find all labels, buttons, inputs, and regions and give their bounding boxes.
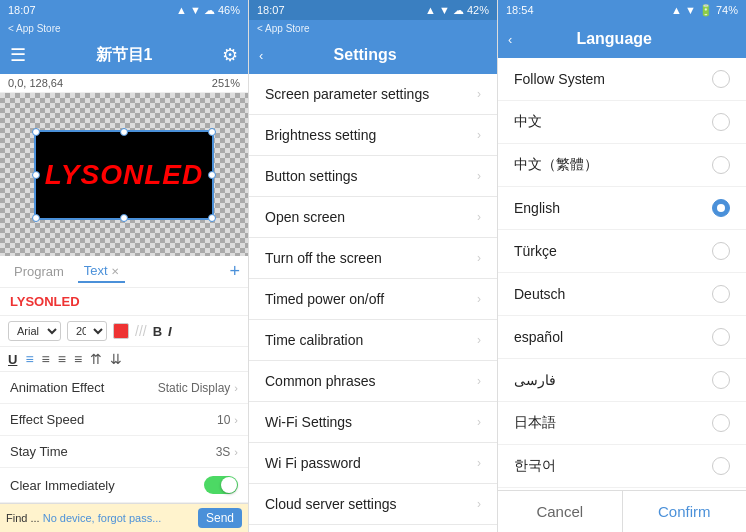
find-link[interactable]: No device, forgot pass... [43,512,162,524]
led-display-text: LYSONLED [45,159,203,191]
right-time: 18:54 [506,4,534,16]
settings-item-cloud-server-settings[interactable]: Cloud server settings› [249,484,497,525]
settings-item-label: Wi Fi password [265,455,361,471]
radio-circle[interactable] [712,113,730,131]
align-justify-icon[interactable]: ≡ [74,351,82,367]
handle-tm[interactable] [120,128,128,136]
settings-item-turn-off-the-screen[interactable]: Turn off the screen› [249,238,497,279]
tab-add-button[interactable]: + [229,261,240,282]
font-size-select[interactable]: 20 [67,321,107,341]
settings-item-label: Timed power on/off [265,291,384,307]
handle-tl[interactable] [32,128,40,136]
handle-bl[interactable] [32,214,40,222]
color-picker[interactable] [113,323,129,339]
tab-close-icon[interactable]: ✕ [111,266,119,277]
settings-item-wi-fi-settings[interactable]: Wi-Fi Settings› [249,402,497,443]
align-right-icon[interactable]: ≡ [58,351,66,367]
radio-circle[interactable] [712,371,730,389]
settings-item-button-settings[interactable]: Button settings› [249,156,497,197]
settings-item-open-screen[interactable]: Open screen› [249,197,497,238]
lang-item-label: Follow System [514,71,605,87]
lang-item-[interactable]: 日本語 [498,402,746,445]
canvas-area[interactable]: LYSONLED [0,93,248,256]
setting-row-clear-immediately[interactable]: Clear Immediately [0,468,248,503]
toggle-clear-immediately[interactable] [204,476,238,494]
settings-icon[interactable]: ⚙ [222,44,238,66]
right-nav-title: Language [576,30,652,48]
chevron-right-icon: › [477,128,481,142]
lang-item-english[interactable]: English [498,187,746,230]
mid-back-button[interactable]: ‹ [259,48,263,63]
settings-item-wi-fi-password[interactable]: Wi Fi password› [249,443,497,484]
mid-nav-title: Settings [334,46,397,64]
send-button[interactable]: Send [198,508,242,528]
mid-appstore-link[interactable]: < App Store [257,23,310,34]
setting-row-effect-speed[interactable]: Effect Speed10› [0,404,248,436]
language-list: Follow System中文中文（繁體）EnglishTürkçeDeutsc… [498,58,746,490]
settings-item-monochrome-screen-parameters[interactable]: Monochrome screen parameters› [249,525,497,532]
mid-nav-bar: ‹ Settings [249,36,497,74]
radio-circle[interactable] [712,70,730,88]
underline-button[interactable]: U [8,352,17,367]
left-nav-title: 新节目1 [96,45,153,66]
settings-item-brightness-setting[interactable]: Brightness setting› [249,115,497,156]
coord-bar: 0,0, 128,64 251% [0,74,248,93]
settings-item-timed-power-on/off[interactable]: Timed power on/off› [249,279,497,320]
align-left-icon[interactable]: ≡ [25,351,33,367]
font-family-select[interactable]: Arial [8,321,61,341]
radio-circle[interactable] [712,457,730,475]
lang-item-label: 日本語 [514,414,556,432]
setting-row-animation-effect[interactable]: Animation EffectStatic Display› [0,372,248,404]
confirm-button[interactable]: Confirm [623,491,747,532]
bold-button[interactable]: B [153,324,162,339]
setting-row-stay-time[interactable]: Stay Time3S› [0,436,248,468]
zoom-level: 251% [212,77,240,89]
align-bottom-icon[interactable]: ⇊ [110,351,122,367]
menu-icon[interactable]: ☰ [10,44,26,66]
right-back-button[interactable]: ‹ [508,32,512,47]
left-nav-bar: ☰ 新节目1 ⚙ [0,36,248,74]
handle-mr[interactable] [208,171,216,179]
handle-bm[interactable] [120,214,128,222]
lang-item-label: 中文 [514,113,542,131]
right-status-bar: 18:54 ▲ ▼ 🔋 74% [498,0,746,20]
lang-item-[interactable]: 中文 [498,101,746,144]
settings-item-label: Wi-Fi Settings [265,414,352,430]
align-toolbar: U ≡ ≡ ≡ ≡ ⇈ ⇊ [0,347,248,372]
text-preview: LYSONLED [0,288,248,316]
lang-item-follow-system[interactable]: Follow System [498,58,746,101]
italic-button[interactable]: I [168,324,172,339]
lang-item-trke[interactable]: Türkçe [498,230,746,273]
find-bar: Find ... No device, forgot pass... Send [0,503,248,532]
radio-circle[interactable] [712,156,730,174]
handle-ml[interactable] [32,171,40,179]
radio-circle[interactable] [712,328,730,346]
lang-item-espaol[interactable]: español [498,316,746,359]
chevron-right-icon: › [477,87,481,101]
lang-item-[interactable]: فارسی [498,359,746,402]
chevron-right-icon: › [477,292,481,306]
left-status-icons: ▲ ▼ ☁ 46% [176,4,240,17]
toolbar-sep-1: /// [135,323,147,339]
tab-program[interactable]: Program [8,261,70,282]
radio-circle[interactable] [712,199,730,217]
settings-item-common-phrases[interactable]: Common phrases› [249,361,497,402]
align-center-icon[interactable]: ≡ [42,351,50,367]
left-appstore-link[interactable]: < App Store [8,23,61,34]
led-preview[interactable]: LYSONLED [34,130,214,220]
lang-item-[interactable]: 中文（繁體） [498,144,746,187]
lang-item-deutsch[interactable]: Deutsch [498,273,746,316]
handle-br[interactable] [208,214,216,222]
lang-item-[interactable]: 한국어 [498,445,746,488]
settings-item-time-calibration[interactable]: Time calibration› [249,320,497,361]
settings-item-screen-parameter-settings[interactable]: Screen parameter settings› [249,74,497,115]
radio-circle[interactable] [712,285,730,303]
cancel-button[interactable]: Cancel [498,491,623,532]
mid-time: 18:07 [257,4,285,16]
chevron-right-icon: › [234,382,238,394]
tab-text[interactable]: Text ✕ [78,260,125,283]
align-top-icon[interactable]: ⇈ [90,351,102,367]
radio-circle[interactable] [712,414,730,432]
radio-circle[interactable] [712,242,730,260]
handle-tr[interactable] [208,128,216,136]
